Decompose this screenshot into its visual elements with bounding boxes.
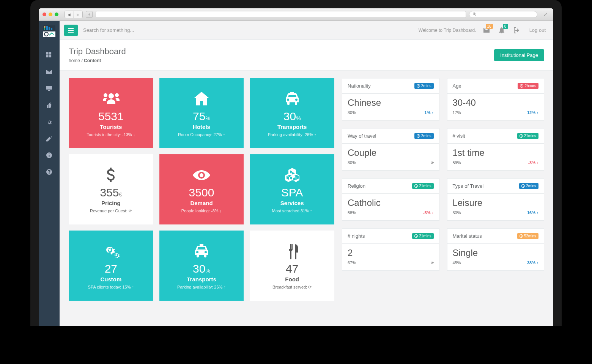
card-pct: 30% (348, 110, 356, 115)
tile-label: Services (280, 200, 304, 206)
tile-label: Pricing (101, 200, 121, 206)
card-title: Religion (348, 183, 365, 189)
card-title: Type of Travel (453, 183, 484, 189)
window-close-icon[interactable] (43, 13, 46, 16)
cubes-icon (283, 166, 301, 185)
card-title: Nationality (348, 83, 371, 89)
sidebar-item-edit[interactable] (39, 130, 60, 147)
card-change: 12% ↑ (527, 110, 538, 115)
app-logo[interactable] (42, 24, 57, 39)
tile-transports[interactable]: 30% Transports Parking availability: 26%… (159, 231, 244, 301)
window-minimize-icon[interactable] (49, 13, 52, 16)
svg-rect-5 (51, 28, 52, 30)
card--nights[interactable]: # nights 21mins 2 67% ⟳ (342, 228, 439, 271)
sidebar-item-feedback[interactable] (39, 97, 60, 113)
sidebar-item-mail[interactable] (39, 63, 60, 80)
card-change: -3% ↓ (528, 160, 538, 165)
tile-hotels[interactable]: 75% Hotels Room Occupancy: 27% ↑ (159, 78, 244, 148)
welcome-text: Welcome to Trip Dashboard. (419, 28, 476, 33)
card-marital-status[interactable]: Marital status 52mins Single 45% 38% ↑ (447, 228, 545, 271)
time-pill: 21mins (517, 133, 538, 139)
card-way-of-travel[interactable]: Way of travel 2mins Couple 30% ⟳ (342, 128, 439, 171)
browser-search[interactable] (469, 11, 537, 18)
url-bar[interactable] (96, 11, 466, 18)
breadcrumb-home[interactable]: home (69, 58, 80, 63)
breadcrumb: home / Content (69, 58, 126, 63)
svg-rect-4 (49, 27, 50, 30)
logout-link[interactable]: Log out (529, 27, 546, 33)
tile-label: Food (285, 276, 299, 282)
time-pill: 21mins (412, 183, 433, 189)
signout-icon[interactable] (512, 25, 522, 35)
sidebar-item-monitor[interactable] (39, 80, 60, 97)
taxi-icon (193, 242, 210, 261)
card--visit[interactable]: # visit 21mins 1st time 59% -3% ↓ (447, 128, 545, 171)
tile-value: 355€ (100, 187, 122, 198)
time-pill: 21mins (412, 233, 433, 239)
time-pill: 52mins (517, 233, 538, 239)
bell-badge: 8 (503, 24, 508, 29)
sidebar-item-info[interactable] (39, 147, 60, 163)
tile-pricing[interactable]: 355€ Pricing Revenue per Guest: ⟳ (69, 154, 153, 224)
tile-tourists[interactable]: 5531 Tourists Tourists in the city: -13%… (69, 78, 153, 148)
window-maximize-icon[interactable] (55, 13, 58, 16)
card-pct: 58% (348, 210, 356, 215)
users-icon (102, 89, 120, 108)
time-pill: 2mins (414, 83, 434, 89)
tile-sub: Room Occupancy: 27% ↑ (178, 132, 225, 137)
card-change: ⟳ (431, 161, 434, 165)
back-button[interactable]: ◀ (65, 11, 73, 18)
card-age[interactable]: Age 2hours 30-40 17% 12% ↑ (447, 78, 545, 121)
gears-icon (102, 242, 120, 261)
bell-icon[interactable]: 8 (497, 25, 507, 35)
card-value: Leisure (453, 198, 539, 208)
card-title: # visit (453, 133, 465, 139)
tile-demand[interactable]: 3500 Demand People looking: -8% ↓ (159, 154, 244, 224)
fullscreen-icon[interactable]: ⤢ (543, 11, 549, 17)
tile-transports[interactable]: 30% Transports Parking availability: 26%… (250, 78, 334, 148)
tile-label: Transports (187, 276, 216, 282)
card-value: 1st time (453, 147, 539, 158)
card-title: Marital status (453, 233, 482, 239)
breadcrumb-active: Content (84, 58, 101, 63)
tile-value: 75% (193, 111, 210, 122)
tile-sub: Parking availability: 26% ↑ (268, 132, 316, 137)
tile-sub: Parking availability: 26% ↑ (177, 285, 226, 289)
tile-sub: People looking: -8% ↓ (181, 209, 222, 213)
tile-services[interactable]: SPA Services Most searched 31% ↑ (250, 154, 334, 224)
institutional-page-button[interactable]: Institutional Page (494, 49, 544, 61)
home-icon (193, 89, 210, 108)
tile-sub: Breackfast served: ⟳ (272, 285, 312, 290)
tile-custom[interactable]: 27 Custom SPA clients today: 15% ↑ (69, 231, 153, 301)
card-nationality[interactable]: Nationality 2mins Chinese 30% 1% ↑ (342, 78, 439, 121)
page-header: Trip Dashboard home / Content Institutio… (60, 40, 553, 71)
search-input[interactable] (83, 27, 413, 33)
card-title: Age (453, 83, 461, 89)
tile-food[interactable]: 47 Food Breackfast served: ⟳ (250, 231, 334, 301)
tile-value: 3500 (189, 187, 214, 198)
mail-icon[interactable]: 16 (482, 25, 491, 35)
tile-sub: Revenue per Guest: ⟳ (90, 209, 132, 213)
card-type-of-travel[interactable]: Type of Travel 2mins Leisure 30% 16% ↑ (447, 178, 545, 221)
sidebar-item-settings[interactable] (39, 113, 60, 130)
sidebar-item-dashboard[interactable] (39, 47, 60, 63)
content: 5531 Tourists Tourists in the city: -13%… (60, 71, 553, 326)
new-tab-button[interactable]: + (86, 11, 93, 18)
tile-label: Custom (100, 276, 121, 282)
menu-toggle-button[interactable] (64, 25, 78, 36)
svg-point-2 (44, 26, 46, 28)
card-change: 16% ↑ (527, 210, 538, 215)
card-pct: 30% (453, 210, 461, 215)
card-value: Chinese (348, 97, 434, 108)
food-icon (283, 242, 301, 261)
device-frame: ◀ ▶ + ⤢ (30, 0, 562, 326)
card-change: 1% ↑ (425, 110, 434, 115)
tile-sub: Tourists in the city: -13% ↓ (87, 132, 135, 137)
card-title: # nights (348, 233, 365, 239)
card-pct: 59% (453, 160, 461, 165)
sidebar-item-help[interactable] (39, 163, 60, 180)
taxi-icon (283, 89, 301, 108)
card-value: Single (453, 248, 539, 258)
card-religion[interactable]: Religion 21mins Catholic 58% -5% ↓ (342, 178, 439, 221)
forward-button[interactable]: ▶ (74, 11, 82, 18)
